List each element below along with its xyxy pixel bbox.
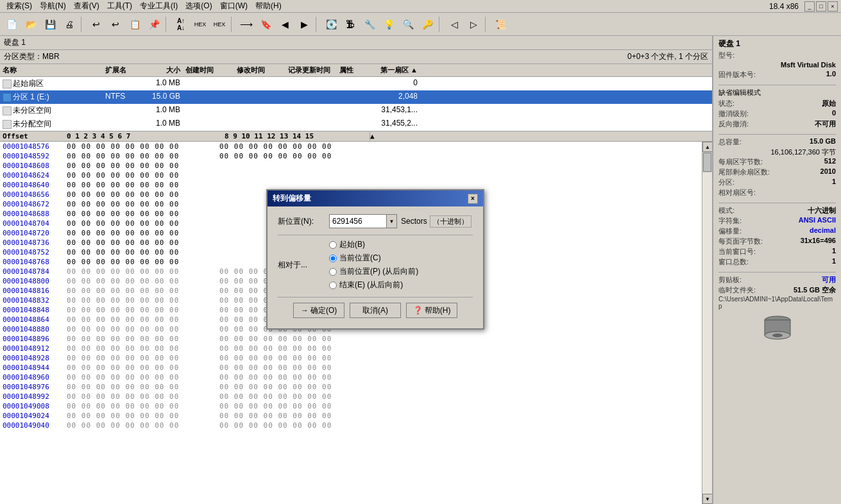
modal-body: 新位置(N): ▼ Sectors （十进制） 相对于... 起始(B) bbox=[268, 206, 483, 328]
relative-label: 相对于... bbox=[278, 260, 329, 271]
modal-titlebar: 转到偏移量 × bbox=[268, 190, 483, 206]
position-dropdown-arrow[interactable]: ▼ bbox=[387, 214, 397, 228]
help-button[interactable]: ❓ 帮助(H) bbox=[406, 303, 457, 318]
unit-format-btn[interactable]: （十进制） bbox=[430, 215, 471, 228]
relative-row: 相对于... 起始(B) 当前位置(C) 当前位置(P) (从后向前) bbox=[278, 239, 473, 290]
goto-offset-dialog: 转到偏移量 × 新位置(N): ▼ Sectors （十进制） 相对于... bbox=[266, 189, 484, 330]
radio-begin[interactable] bbox=[329, 241, 337, 249]
radio-current-back-label[interactable]: 当前位置(P) (从后向前) bbox=[329, 266, 418, 277]
ok-button[interactable]: → 确定(O) bbox=[293, 303, 344, 318]
modal-title: 转到偏移量 bbox=[273, 193, 311, 204]
cancel-button[interactable]: 取消(A) bbox=[350, 303, 401, 318]
radio-end-text: 结束(E) (从后向前) bbox=[339, 280, 403, 290]
radio-current[interactable] bbox=[329, 255, 337, 262]
new-position-row: 新位置(N): ▼ Sectors （十进制） bbox=[278, 214, 473, 228]
modal-overlay: 转到偏移量 × 新位置(N): ▼ Sectors （十进制） 相对于... bbox=[0, 0, 841, 504]
radio-current-label[interactable]: 当前位置(C) bbox=[329, 253, 418, 264]
radio-end-label[interactable]: 结束(E) (从后向前) bbox=[329, 280, 418, 290]
new-position-controls: ▼ Sectors （十进制） bbox=[329, 214, 471, 228]
new-position-input[interactable] bbox=[329, 214, 387, 228]
modal-close-button[interactable]: × bbox=[468, 194, 478, 204]
modal-divider bbox=[278, 235, 473, 235]
radio-current-text: 当前位置(C) bbox=[339, 253, 381, 264]
radio-group: 起始(B) 当前位置(C) 当前位置(P) (从后向前) 结束(E) (从后向前… bbox=[329, 239, 418, 290]
modal-buttons: → 确定(O) 取消(A) ❓ 帮助(H) bbox=[278, 297, 473, 321]
radio-begin-text: 起始(B) bbox=[339, 239, 365, 250]
radio-end[interactable] bbox=[329, 281, 337, 289]
radio-current-back[interactable] bbox=[329, 268, 337, 276]
radio-begin-label[interactable]: 起始(B) bbox=[329, 239, 418, 250]
radio-current-back-text: 当前位置(P) (从后向前) bbox=[339, 266, 418, 277]
unit-label: Sectors bbox=[401, 217, 427, 226]
new-position-label: 新位置(N): bbox=[278, 216, 329, 227]
